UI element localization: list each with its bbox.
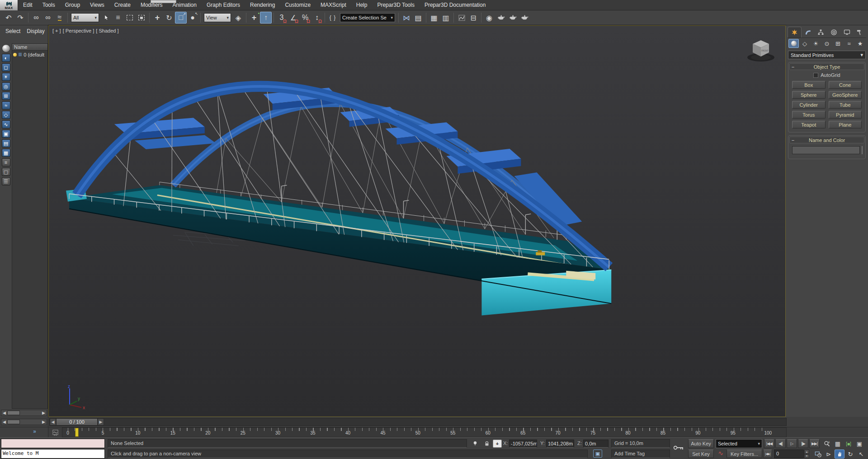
- display-containers-icon[interactable]: ▣: [2, 130, 10, 138]
- select-by-name-button[interactable]: ≡: [112, 12, 124, 24]
- explorer-expand-chevron[interactable]: »: [33, 428, 36, 435]
- current-frame-marker[interactable]: [75, 428, 79, 437]
- material-editor-button[interactable]: ◉: [483, 12, 495, 24]
- explorer-bottom-scrollbar[interactable]: ◀ ▶: [1, 419, 47, 425]
- named-selection-sets-combo[interactable]: Create Selection Se▾: [340, 13, 395, 22]
- application-menu-button[interactable]: MAX: [0, 0, 18, 10]
- go-to-start-button[interactable]: |◀◀: [764, 439, 774, 448]
- primitive-button-sphere[interactable]: Sphere: [792, 91, 826, 99]
- object-name-input[interactable]: [792, 146, 860, 154]
- rectangular-selection-button[interactable]: [124, 12, 136, 24]
- toggle-layer-explorer-button[interactable]: ▥: [440, 12, 452, 24]
- menu-item-create[interactable]: Create: [109, 0, 136, 10]
- x-coordinate-field[interactable]: -1057,025m: [509, 440, 537, 448]
- next-frame-arrow[interactable]: ▶: [98, 418, 104, 426]
- display-xrefs-icon[interactable]: ▤: [2, 139, 10, 147]
- add-time-tag[interactable]: Add Time Tag: [611, 450, 670, 458]
- bind-to-space-warp-button[interactable]: ≈: [54, 12, 66, 24]
- edit-named-selection-sets-button[interactable]: { }: [327, 12, 339, 24]
- display-helpers-icon[interactable]: ⊞: [2, 92, 10, 100]
- menu-item-group[interactable]: Group: [60, 0, 85, 10]
- explorer-horizontal-scrollbar[interactable]: ◀ ▶: [1, 410, 47, 416]
- tab-motion[interactable]: [827, 27, 840, 38]
- primitive-button-geosphere[interactable]: GeoSphere: [829, 91, 862, 99]
- render-production-button[interactable]: [519, 12, 530, 24]
- absolute-offset-mode-toggle[interactable]: +: [493, 440, 502, 448]
- play-button[interactable]: ▷: [787, 439, 797, 448]
- percent-snap-toggle[interactable]: %Ω: [299, 12, 311, 24]
- primitive-button-teapot[interactable]: Teapot: [792, 121, 826, 128]
- time-slider-handle[interactable]: 0 / 100: [56, 418, 98, 426]
- isolate-selection-toggle[interactable]: [470, 439, 480, 448]
- primitive-button-cylinder[interactable]: Cylinder: [792, 101, 826, 109]
- selection-lock-toggle[interactable]: [482, 439, 492, 448]
- display-space-warps-icon[interactable]: ≈: [2, 101, 10, 109]
- display-lights-icon[interactable]: ☀: [2, 73, 10, 81]
- category-lights[interactable]: ☀: [811, 39, 821, 48]
- menu-item-views[interactable]: Views: [85, 0, 109, 10]
- select-and-rotate-button[interactable]: ↻: [163, 12, 175, 24]
- mini-curve-editor-toggle[interactable]: [48, 427, 62, 437]
- scrollbar-thumb[interactable]: [7, 411, 20, 415]
- spinner-down[interactable]: ▼: [804, 454, 809, 459]
- menu-item-help[interactable]: Help: [351, 0, 373, 10]
- zoom-button[interactable]: ±: [822, 439, 832, 448]
- tab-modify[interactable]: [802, 27, 815, 38]
- previous-frame-button[interactable]: ◀||: [775, 439, 786, 448]
- menu-item-rendering[interactable]: Rendering: [245, 0, 280, 10]
- zoom-extents-button[interactable]: [■]: [844, 439, 854, 448]
- autogrid-checkbox[interactable]: [813, 73, 818, 78]
- spinner-snap-toggle[interactable]: ↕Ω: [311, 12, 323, 24]
- scroll-right-button[interactable]: ▶: [41, 420, 47, 424]
- subcategory-dropdown[interactable]: Standard Primitives ▾: [788, 51, 866, 59]
- frame-spinner[interactable]: ▲ ▼: [804, 450, 809, 458]
- scroll-left-button[interactable]: ◀: [1, 411, 7, 415]
- select-and-place-button[interactable]: ●↖: [187, 12, 198, 24]
- schematic-view-button[interactable]: ⊟: [467, 12, 479, 24]
- redo-button[interactable]: ↷: [14, 12, 26, 24]
- explorer-menu-display[interactable]: Display: [27, 28, 44, 34]
- object-color-swatch[interactable]: [862, 146, 863, 154]
- use-pivot-point-center-button[interactable]: ◈: [232, 12, 244, 24]
- menu-item-tools[interactable]: Tools: [38, 0, 60, 10]
- time-configuration-button[interactable]: [813, 450, 823, 459]
- maxscript-mini-listener-pink[interactable]: [1, 439, 105, 448]
- adaptive-degradation-toggle[interactable]: ▣: [593, 450, 602, 458]
- keyboard-override-toggle[interactable]: ↑: [260, 12, 272, 24]
- mirror-button[interactable]: ⋈: [401, 12, 412, 24]
- set-key-curve-icon[interactable]: ∿: [716, 450, 726, 457]
- primitive-button-torus[interactable]: Torus: [792, 111, 826, 118]
- render-setup-button[interactable]: [495, 12, 507, 24]
- y-coordinate-field[interactable]: 1041,208m: [546, 440, 574, 448]
- sort-by-type-icon[interactable]: ▢: [2, 168, 10, 176]
- primitive-button-box[interactable]: Box: [792, 81, 826, 89]
- display-bones-icon[interactable]: ∿: [2, 120, 10, 128]
- manage-layers-button[interactable]: ▦: [428, 12, 440, 24]
- category-systems[interactable]: ★: [855, 39, 865, 48]
- orbit-button[interactable]: ↻: [845, 450, 855, 459]
- key-mode-toggle[interactable]: |◀▶|: [763, 450, 772, 458]
- z-coordinate-field[interactable]: 0,0m: [583, 440, 609, 448]
- category-space-warps[interactable]: ≈: [844, 39, 854, 48]
- selection-filter-dropdown[interactable]: All▾: [71, 13, 99, 22]
- select-and-manipulate-button[interactable]: +•: [248, 12, 260, 24]
- display-geometry-icon[interactable]: ◐: [2, 54, 10, 62]
- set-key-button[interactable]: Set Key: [688, 450, 714, 458]
- primitive-button-pyramid[interactable]: Pyramid: [829, 111, 862, 118]
- align-button[interactable]: ▤: [412, 12, 424, 24]
- menu-item-customize[interactable]: Customize: [280, 0, 316, 10]
- track-bar-ruler[interactable]: 0510152025303540455055606570758085909510…: [62, 427, 787, 437]
- rendered-frame-window-button[interactable]: [507, 12, 519, 24]
- sort-by-layer-icon[interactable]: ☰: [2, 177, 10, 185]
- select-and-scale-button[interactable]: □↗: [175, 12, 187, 24]
- select-and-move-button[interactable]: +: [151, 12, 163, 24]
- next-frame-button[interactable]: ||▶: [798, 439, 808, 448]
- menu-item-prepar3d-tools[interactable]: Prepar3D Tools: [372, 0, 420, 10]
- snaps-toggle-3d[interactable]: 3Ω: [276, 12, 288, 24]
- go-to-end-button[interactable]: ▶▶|: [809, 439, 820, 448]
- category-geometry[interactable]: [788, 39, 799, 48]
- previous-frame-arrow[interactable]: ◀: [50, 418, 56, 426]
- key-filters-button[interactable]: Key Filters...: [726, 450, 762, 458]
- scrollbar-thumb[interactable]: [7, 420, 20, 424]
- display-groups-icon[interactable]: ◇: [2, 111, 10, 119]
